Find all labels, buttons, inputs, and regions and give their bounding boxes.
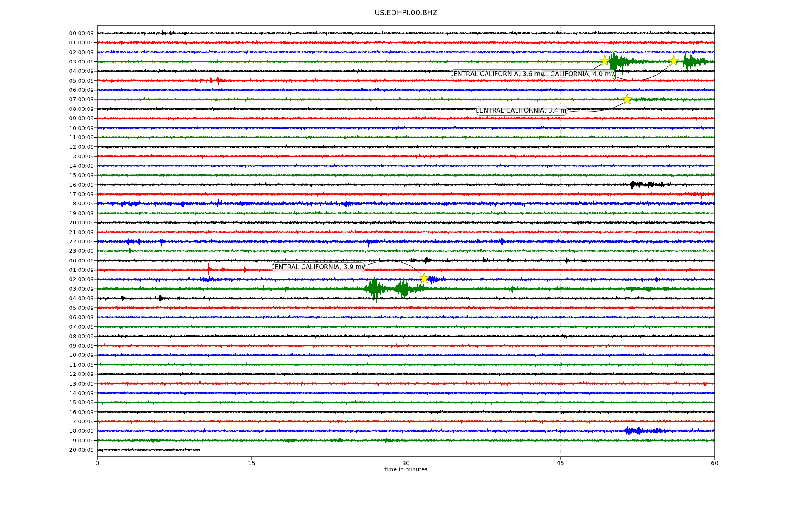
trace-time-label: 14:00:09 xyxy=(14,390,94,396)
x-tick-label: 45 xyxy=(557,460,564,467)
trace-time-label: 12:00:09 xyxy=(14,371,94,377)
trace-time-label: 22:00:09 xyxy=(14,238,94,245)
trace-time-label: 00:00:09 xyxy=(14,257,94,264)
trace-time-label: 12:00:09 xyxy=(14,144,94,150)
trace-time-label: 09:00:09 xyxy=(14,342,94,349)
annotation-box: CENTRAL CALIFORNIA, 3.4 ml xyxy=(476,106,567,116)
trace-time-label: 19:00:09 xyxy=(14,437,94,444)
trace-time-label: 11:00:09 xyxy=(14,134,94,141)
trace-time-label: 04:00:09 xyxy=(14,295,94,301)
trace-time-label: 13:00:09 xyxy=(14,153,94,160)
trace-time-label: 21:00:09 xyxy=(14,229,94,235)
x-tick-label: 0 xyxy=(96,460,99,467)
trace-time-label: 08:00:09 xyxy=(14,333,94,340)
trace-time-label: 06:00:09 xyxy=(14,314,94,320)
trace-time-label: 05:00:09 xyxy=(14,305,94,311)
trace-time-label: 23:00:09 xyxy=(14,248,94,254)
trace-time-label: 01:00:09 xyxy=(14,39,94,46)
trace-time-label: 20:00:09 xyxy=(14,219,94,226)
x-tick-label: 15 xyxy=(248,460,255,467)
trace-time-label: 14:00:09 xyxy=(14,163,94,169)
trace-time-label: 07:00:09 xyxy=(14,96,94,102)
trace-time-label: 03:00:09 xyxy=(14,286,94,292)
trace-time-label: 01:00:09 xyxy=(14,267,94,273)
helicorder-canvas xyxy=(0,0,812,508)
trace-time-label: 18:00:09 xyxy=(14,428,94,434)
x-axis-title: time in minutes xyxy=(384,466,428,472)
x-tick-label: 60 xyxy=(711,460,719,467)
x-tick-label: 30 xyxy=(402,460,410,467)
trace-time-label: 13:00:09 xyxy=(14,381,94,387)
trace-time-label: 15:00:09 xyxy=(14,172,94,178)
trace-time-label: 07:00:09 xyxy=(14,323,94,330)
trace-time-label: 11:00:09 xyxy=(14,362,94,368)
trace-time-label: 15:00:09 xyxy=(14,399,94,406)
trace-time-label: 02:00:09 xyxy=(14,276,94,282)
trace-time-label: 09:00:09 xyxy=(14,115,94,121)
trace-time-label: 17:00:09 xyxy=(14,418,94,425)
annotation-box: CENTRAL CALIFORNIA, 3.6 mw xyxy=(451,69,544,79)
trace-time-label: 00:00:09 xyxy=(14,30,94,36)
figure-title: US.EDHPI.00.BHZ xyxy=(374,8,437,17)
trace-time-label: 10:00:09 xyxy=(14,352,94,358)
trace-time-label: 20:00:09 xyxy=(14,447,94,453)
trace-time-label: 10:00:09 xyxy=(14,125,94,131)
trace-time-label: 18:00:09 xyxy=(14,200,94,207)
trace-time-label: 03:00:09 xyxy=(14,58,94,65)
trace-time-label: 02:00:09 xyxy=(14,49,94,55)
figure: US.EDHPI.00.BHZ time in minutes 00:00:09… xyxy=(0,0,812,508)
trace-time-label: 06:00:09 xyxy=(14,87,94,93)
trace-time-label: 04:00:09 xyxy=(14,68,94,74)
trace-time-label: 16:00:09 xyxy=(14,409,94,415)
annotation-box: CENTRAL CALIFORNIA, 3.9 mw xyxy=(272,262,365,272)
trace-time-label: 17:00:09 xyxy=(14,191,94,197)
trace-time-label: 16:00:09 xyxy=(14,182,94,188)
trace-time-label: 19:00:09 xyxy=(14,210,94,216)
trace-time-label: 05:00:09 xyxy=(14,77,94,84)
trace-time-label: 08:00:09 xyxy=(14,106,94,112)
